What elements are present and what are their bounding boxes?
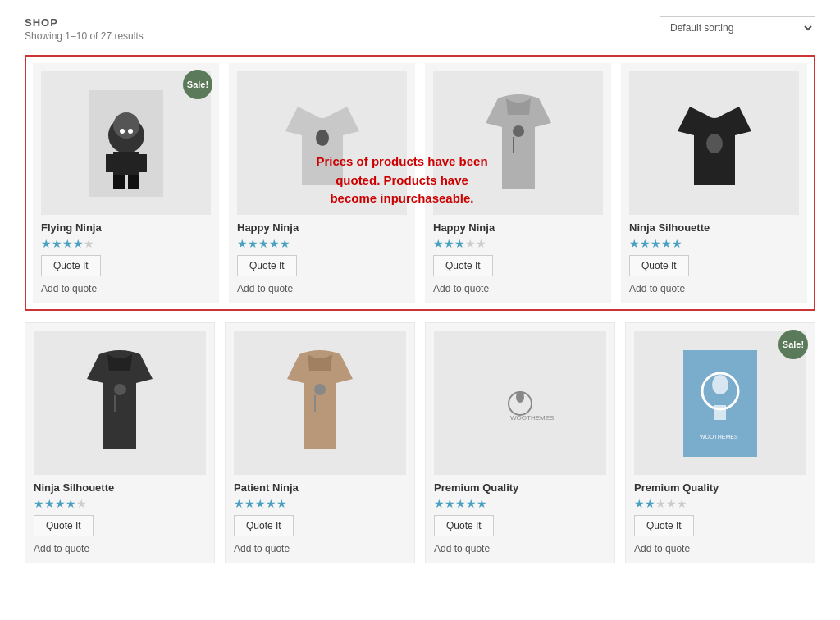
product-name: Ninja Silhouette	[34, 481, 206, 494]
product-image: WOOTHEMES	[434, 331, 606, 475]
shop-title: SHOP	[25, 16, 144, 29]
quote-button[interactable]: Quote It	[234, 515, 294, 536]
product-card: Ninja Silhouette ★★★★★ Quote It Add to q…	[621, 63, 807, 303]
product-card: Ninja Silhouette ★★★★★ Quote It Add to q…	[25, 322, 215, 563]
product-image	[234, 331, 406, 475]
product-name: Happy Ninja	[433, 221, 603, 234]
product-name: Ninja Silhouette	[629, 221, 799, 234]
sort-select[interactable]: Default sorting Sort by popularity Sort …	[660, 16, 815, 39]
product-card: Sale! Flying Ninja ★★★★★ Quote It Add to…	[33, 63, 219, 303]
svg-rect-24	[714, 405, 726, 420]
svg-rect-17	[314, 395, 316, 412]
quote-button[interactable]: Quote It	[629, 255, 689, 276]
product-card: Happy Ninja ★★★★★ Quote It Add to quote	[229, 63, 415, 303]
svg-rect-5	[137, 154, 147, 172]
svg-point-14	[114, 384, 126, 395]
product-card: WOOTHEMES Premium Quality ★★★★★ Quote It…	[425, 322, 615, 563]
sale-badge: Sale!	[778, 330, 808, 359]
quote-button[interactable]: Quote It	[434, 515, 494, 536]
quote-button[interactable]: Quote It	[41, 255, 101, 276]
svg-point-10	[316, 130, 329, 146]
svg-point-8	[120, 129, 125, 134]
svg-point-9	[128, 129, 133, 134]
quote-button[interactable]: Quote It	[34, 515, 94, 536]
product-name: Flying Ninja	[41, 221, 211, 234]
svg-rect-4	[106, 154, 116, 172]
add-to-quote[interactable]: Add to quote	[433, 283, 603, 294]
svg-rect-12	[513, 137, 514, 153]
add-to-quote[interactable]: Add to quote	[234, 543, 406, 554]
add-to-quote[interactable]: Add to quote	[634, 543, 806, 554]
quote-button[interactable]: Quote It	[433, 255, 493, 276]
add-to-quote[interactable]: Add to quote	[237, 283, 407, 294]
svg-text:WOOTHEMES: WOOTHEMES	[510, 414, 554, 422]
svg-point-11	[513, 125, 524, 137]
product-card: Patient Ninja ★★★★★ Quote It Add to quot…	[225, 322, 415, 563]
svg-point-2	[113, 112, 139, 139]
product-card: Happy Ninja ★★★★★ Quote It Add to quote	[425, 63, 611, 303]
product-image	[433, 71, 603, 215]
svg-point-13	[706, 134, 723, 153]
add-to-quote[interactable]: Add to quote	[434, 543, 606, 554]
product-image	[629, 71, 799, 215]
shop-results: Showing 1–10 of 27 results	[25, 30, 144, 42]
product-name: Premium Quality	[434, 481, 606, 494]
sale-badge: Sale!	[183, 70, 212, 99]
add-to-quote[interactable]: Add to quote	[41, 283, 211, 294]
svg-rect-3	[113, 152, 139, 175]
add-to-quote[interactable]: Add to quote	[629, 283, 799, 294]
quote-button[interactable]: Quote It	[237, 255, 297, 276]
svg-point-19	[516, 391, 524, 403]
product-image	[237, 71, 407, 215]
svg-text:WOOTHEMES: WOOTHEMES	[700, 434, 738, 440]
product-name: Patient Ninja	[234, 481, 406, 494]
svg-rect-7	[128, 175, 139, 189]
add-to-quote[interactable]: Add to quote	[34, 543, 206, 554]
svg-point-23	[712, 375, 728, 394]
product-image	[34, 331, 206, 475]
quote-button[interactable]: Quote It	[634, 515, 694, 536]
svg-rect-6	[113, 175, 125, 189]
product-card: Sale! WOOTHEMES Premium Quality ★★★★★ Qu…	[625, 322, 815, 563]
product-name: Premium Quality	[634, 481, 806, 494]
svg-point-16	[314, 384, 326, 395]
shop-header: SHOP Showing 1–10 of 27 results Default …	[25, 16, 815, 42]
product-name: Happy Ninja	[237, 221, 407, 234]
svg-rect-21	[683, 350, 757, 457]
svg-rect-15	[114, 395, 116, 412]
